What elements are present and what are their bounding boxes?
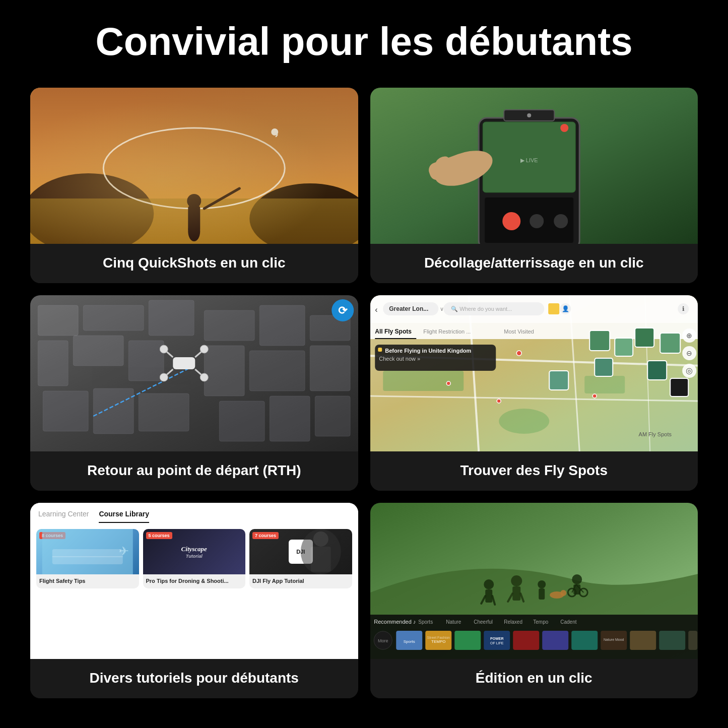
svg-text:Most Visited: Most Visited — [504, 328, 534, 335]
svg-rect-94 — [670, 378, 688, 396]
svg-point-6 — [271, 128, 278, 136]
svg-rect-157 — [688, 631, 697, 650]
svg-text:Street Fashion: Street Fashion — [427, 636, 450, 639]
svg-point-98 — [592, 394, 597, 398]
svg-line-10 — [204, 188, 239, 209]
svg-rect-114 — [485, 589, 492, 603]
course-thumb-1: 8 courses ✈ — [36, 529, 139, 574]
svg-text:ℹ: ℹ — [682, 305, 684, 312]
svg-point-7 — [188, 221, 200, 241]
svg-text:POWER: POWER — [490, 637, 503, 640]
svg-text:Relaxed: Relaxed — [504, 619, 522, 625]
svg-rect-28 — [83, 305, 144, 330]
svg-text:OF LIFE: OF LIFE — [490, 641, 504, 645]
svg-rect-150 — [513, 631, 539, 650]
course-card-2[interactable]: 5 courses Cityscape Tutorial Pro Tips fo… — [143, 529, 246, 588]
svg-point-97 — [497, 399, 501, 403]
svg-point-123 — [572, 574, 582, 584]
svg-text:AM Fly Spots: AM Fly Spots — [638, 431, 672, 437]
card-takeoff-image: ▶ LIVE — [370, 88, 698, 244]
svg-text:Sports: Sports — [403, 639, 415, 644]
svg-point-9 — [187, 194, 201, 208]
svg-rect-92 — [647, 361, 667, 380]
svg-rect-111 — [311, 547, 331, 572]
course-card-3[interactable]: 7 courses DJI DJI Fly App Tutorial — [249, 529, 352, 588]
tab-course-library[interactable]: Course Library — [99, 510, 149, 523]
svg-rect-155 — [630, 631, 656, 650]
svg-point-110 — [313, 532, 328, 547]
svg-rect-46 — [173, 357, 195, 369]
card-editing[interactable]: Recommended ♪ Sports Nature Cheerful Rel… — [370, 503, 698, 698]
svg-point-95 — [516, 351, 521, 356]
svg-text:Before Flying in United Kingdo: Before Flying in United Kingdom — [385, 348, 471, 354]
svg-point-20 — [502, 212, 520, 230]
page-title: Convivial pour les débutants — [95, 20, 632, 63]
card-quickshots-label: Cinq QuickShots en un clic — [30, 244, 358, 283]
svg-text:∨: ∨ — [440, 306, 444, 312]
svg-rect-89 — [635, 328, 654, 347]
svg-rect-30 — [38, 341, 68, 386]
svg-rect-151 — [542, 631, 568, 650]
card-rth-label: Retour au point de départ (RTH) — [30, 451, 358, 491]
svg-point-113 — [484, 579, 494, 589]
svg-text:Nature: Nature — [446, 619, 461, 625]
svg-text:Check out now »: Check out now » — [379, 356, 420, 362]
svg-rect-152 — [571, 631, 598, 650]
card-flyspots[interactable]: ‹ Greater Lon... ∨ 🔍 Where do you want..… — [370, 295, 698, 491]
feature-grid: › Cinq QuickShots en un clic — [30, 88, 698, 698]
svg-text:Greater Lon...: Greater Lon... — [389, 305, 428, 312]
course-thumb-3: 7 courses DJI — [249, 529, 352, 574]
svg-rect-73 — [548, 303, 559, 314]
svg-rect-147 — [484, 631, 510, 650]
course-card-1[interactable]: 8 courses ✈ Flight Safety Tips — [36, 529, 139, 588]
card-rth[interactable]: ⟳ Retour au point de départ (RTH) — [30, 295, 358, 491]
svg-point-1 — [30, 173, 154, 244]
svg-rect-63 — [383, 371, 464, 391]
card-takeoff[interactable]: ▶ LIVE Décollage/atterrissage en un clic — [370, 88, 698, 283]
svg-rect-93 — [549, 371, 568, 390]
svg-point-21 — [530, 214, 544, 228]
card-tutorials-image: Learning Center Course Library 8 courses… — [30, 503, 358, 659]
svg-text:Cheerful: Cheerful — [474, 619, 493, 625]
svg-rect-34 — [259, 305, 305, 346]
svg-rect-42 — [219, 401, 264, 441]
card-tutorials[interactable]: Learning Center Course Library 8 courses… — [30, 503, 358, 698]
card-quickshots[interactable]: › Cinq QuickShots en un clic — [30, 88, 358, 283]
course-name-3: DJI Fly App Tutorial — [249, 574, 352, 588]
svg-rect-39 — [43, 391, 88, 431]
svg-rect-8 — [188, 206, 200, 231]
svg-text:🔍 Where do you want...: 🔍 Where do you want... — [451, 305, 512, 312]
svg-text:Sports: Sports — [418, 619, 433, 625]
tab-learning-center[interactable]: Learning Center — [38, 510, 89, 523]
svg-rect-3 — [30, 198, 358, 244]
svg-point-50 — [200, 345, 208, 353]
card-tutorials-label: Divers tutoriels pour débutants — [30, 659, 358, 698]
svg-rect-43 — [270, 396, 310, 441]
card-rth-image: ⟳ — [30, 295, 358, 451]
svg-rect-84 — [378, 348, 382, 352]
svg-point-54 — [200, 373, 208, 381]
course-thumb-2: 5 courses Cityscape Tutorial — [143, 529, 246, 574]
svg-text:⊖: ⊖ — [686, 349, 692, 357]
svg-rect-36 — [204, 346, 244, 396]
svg-text:More: More — [377, 638, 388, 643]
svg-text:All Fly Spots: All Fly Spots — [375, 328, 412, 335]
svg-text:👤: 👤 — [561, 305, 569, 312]
card-editing-label: Édition en un clic — [370, 659, 698, 698]
svg-point-48 — [160, 345, 168, 353]
svg-rect-27 — [38, 305, 78, 336]
course-badge-2: 5 courses — [146, 532, 172, 539]
svg-text:‹: ‹ — [375, 305, 377, 314]
card-editing-image: Recommended ♪ Sports Nature Cheerful Rel… — [370, 503, 698, 659]
card-takeoff-label: Décollage/atterrissage en un clic — [370, 244, 698, 283]
svg-rect-40 — [93, 388, 134, 434]
svg-rect-87 — [589, 330, 610, 351]
svg-rect-31 — [73, 336, 123, 366]
svg-point-4 — [103, 128, 285, 209]
svg-rect-37 — [249, 351, 305, 391]
svg-rect-90 — [660, 333, 680, 353]
svg-text:Recommended ♪: Recommended ♪ — [374, 619, 416, 625]
svg-rect-118 — [512, 586, 520, 601]
svg-text:Nature Mood: Nature Mood — [604, 638, 624, 641]
card-quickshots-image: › — [30, 88, 358, 244]
